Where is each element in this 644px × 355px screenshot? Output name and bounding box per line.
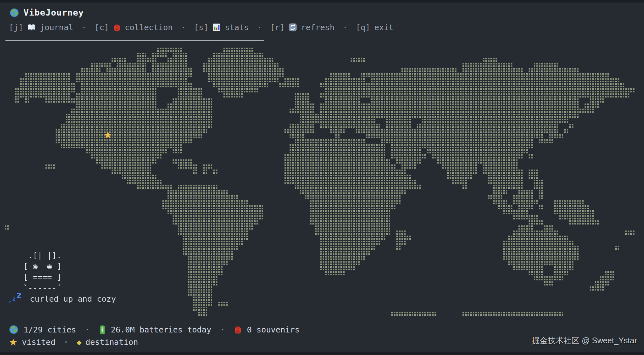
watermark: 掘金技术社区 @ Sweet_Ystar xyxy=(532,335,637,346)
souvenirs-count: 0 souvenirs xyxy=(247,325,300,334)
battery-icon xyxy=(99,325,106,335)
menu-key-exit: [q] xyxy=(356,23,370,32)
status-bar: 1/29 cities · 26.0M batteries today · 0 … xyxy=(9,325,299,335)
pet-ascii-art: .[| |]. [ ◉ ◉ ] [ ==== ] `------´ xyxy=(18,250,61,293)
menu-key-refresh: [r] xyxy=(270,23,284,32)
world-map-canvas xyxy=(5,48,635,317)
pet-art-line: [ ==== ] xyxy=(18,272,61,283)
batteries-count: 26.0M batteries today xyxy=(111,325,211,334)
menu-label-journal: journal xyxy=(40,23,73,32)
window-top-edge xyxy=(0,0,644,3)
menu-label-refresh: refresh xyxy=(301,23,334,32)
menu-underline xyxy=(5,40,264,41)
menu-item-refresh[interactable]: [r] refresh xyxy=(270,23,335,32)
backpack-icon xyxy=(234,325,242,334)
pet-status-text: curled up and cozy xyxy=(30,294,116,304)
globe-icon xyxy=(10,8,19,17)
book-icon xyxy=(27,23,36,31)
bar-chart-icon xyxy=(212,23,221,31)
pet-art-line: [ ◉ ◉ ] xyxy=(18,261,61,272)
separator-dot: · xyxy=(85,325,90,334)
menu-key-journal: [j] xyxy=(9,23,23,32)
zzz-sleep-icon: z z Z xyxy=(9,291,24,304)
menu-label-collection: collection xyxy=(125,23,173,32)
zzz-letter: Z xyxy=(17,292,22,300)
pet-art-line: .[| |]. xyxy=(18,250,61,261)
menu-item-stats[interactable]: [s] stats xyxy=(194,23,249,32)
cities-count: 1/29 cities xyxy=(24,325,76,334)
visited-star-icon: ★ xyxy=(9,337,17,348)
menu-label-stats: stats xyxy=(225,23,249,32)
menu-separator: · xyxy=(257,23,262,32)
menu-item-exit[interactable]: [q] exit xyxy=(356,23,393,32)
menu-label-exit: exit xyxy=(374,23,394,32)
menu-bar: [j] journal · [c] collection · [s] xyxy=(9,22,394,33)
globe-icon xyxy=(9,325,18,334)
backpack-icon xyxy=(113,23,121,32)
destination-diamond-icon: ◆ xyxy=(77,338,81,346)
menu-key-collection: [c] xyxy=(95,23,109,32)
window-bottom-edge xyxy=(0,352,644,355)
legend-row: ★ visited · ◆ destination xyxy=(9,337,138,348)
menu-separator: · xyxy=(343,23,347,32)
destination-label: destination xyxy=(86,338,138,347)
app-header: VibeJourney xyxy=(10,8,84,17)
zzz-letter: z xyxy=(12,296,16,302)
menu-item-journal[interactable]: [j] journal xyxy=(9,23,73,32)
separator-dot: · xyxy=(64,338,68,347)
app-title: VibeJourney xyxy=(24,8,84,17)
refresh-icon xyxy=(289,23,297,31)
pet-status-row: z z Z curled up and cozy xyxy=(9,291,116,304)
map-marker-star: ★ xyxy=(104,130,112,140)
separator-dot: · xyxy=(220,325,225,334)
menu-item-collection[interactable]: [c] collection xyxy=(95,23,173,32)
zzz-letter: z xyxy=(9,299,11,304)
menu-separator: · xyxy=(181,23,186,32)
menu-separator: · xyxy=(82,23,86,32)
menu-key-stats: [s] xyxy=(194,23,208,32)
visited-label: visited xyxy=(22,338,55,347)
